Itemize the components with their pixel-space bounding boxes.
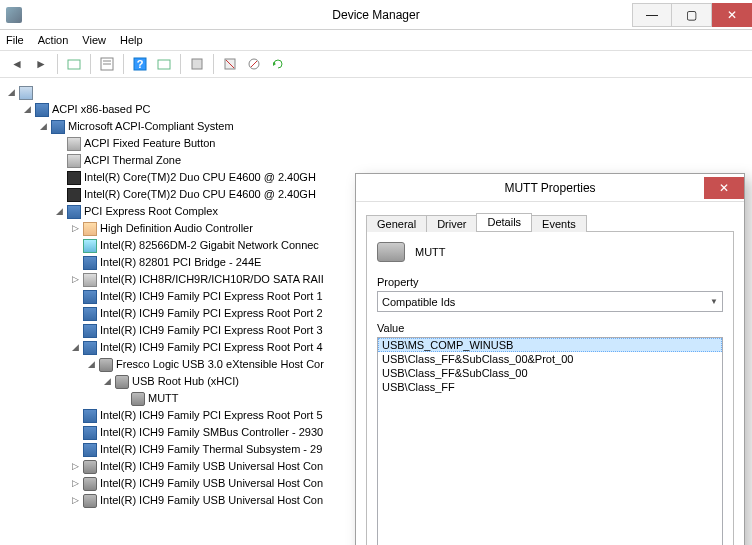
value-listbox[interactable]: USB\MS_COMP_WINUSB USB\Class_FF&SubClass… bbox=[377, 337, 723, 545]
tab-driver[interactable]: Driver bbox=[426, 215, 477, 232]
tree-label: Intel(R) ICH9 Family PCI Express Root Po… bbox=[100, 339, 323, 356]
menu-file[interactable]: File bbox=[6, 34, 24, 46]
dialog-titlebar[interactable]: MUTT Properties ✕ bbox=[356, 174, 744, 202]
refresh-icon[interactable] bbox=[267, 53, 289, 75]
disk-icon bbox=[83, 273, 97, 287]
expand-icon[interactable]: ◢ bbox=[102, 373, 112, 390]
app-icon bbox=[6, 7, 22, 23]
maximize-button[interactable]: ▢ bbox=[672, 3, 712, 27]
svg-rect-7 bbox=[192, 59, 202, 69]
toolbar: ◄ ► ? bbox=[0, 50, 752, 78]
back-button[interactable]: ◄ bbox=[6, 53, 28, 75]
list-item[interactable]: USB\Class_FF&SubClass_00 bbox=[378, 366, 722, 380]
window-controls: — ▢ ✕ bbox=[632, 3, 752, 27]
close-button[interactable]: ✕ bbox=[712, 3, 752, 27]
list-item[interactable]: USB\Class_FF bbox=[378, 380, 722, 394]
help-icon[interactable]: ? bbox=[129, 53, 151, 75]
list-item[interactable]: USB\Class_FF&SubClass_00&Prot_00 bbox=[378, 352, 722, 366]
tree-item-acpi-pc[interactable]: ◢ACPI x86-based PC bbox=[22, 101, 746, 118]
menu-view[interactable]: View bbox=[82, 34, 106, 46]
expand-icon[interactable]: ▷ bbox=[70, 492, 80, 509]
tree-item-acpi-sys[interactable]: ◢Microsoft ACPI-Compliant System bbox=[38, 118, 746, 135]
tree-label: Intel(R) 82801 PCI Bridge - 244E bbox=[100, 254, 261, 271]
property-dropdown[interactable]: Compatible Ids ▼ bbox=[377, 291, 723, 312]
tree-label: ACPI Thermal Zone bbox=[84, 152, 181, 169]
toolbar-separator bbox=[57, 54, 58, 74]
expand-icon[interactable]: ◢ bbox=[54, 203, 64, 220]
tab-details[interactable]: Details bbox=[476, 213, 532, 231]
expand-icon[interactable]: ◢ bbox=[6, 84, 16, 101]
system-icon bbox=[83, 443, 97, 457]
disable-icon[interactable] bbox=[243, 53, 265, 75]
tab-general[interactable]: General bbox=[366, 215, 427, 232]
usb-icon bbox=[131, 392, 145, 406]
minimize-button[interactable]: — bbox=[632, 3, 672, 27]
tree-label: Intel(R) ICH9 Family SMBus Controller - … bbox=[100, 424, 323, 441]
expand-icon[interactable]: ▷ bbox=[70, 475, 80, 492]
system-icon bbox=[83, 324, 97, 338]
tree-item[interactable]: ACPI Fixed Feature Button bbox=[54, 135, 746, 152]
properties-dialog: MUTT Properties ✕ General Driver Details… bbox=[355, 173, 745, 545]
svg-rect-0 bbox=[68, 60, 80, 69]
show-hidden-icon[interactable] bbox=[63, 53, 85, 75]
expand-icon[interactable]: ◢ bbox=[86, 356, 96, 373]
tree-label: Intel(R) 82566DM-2 Gigabit Network Conne… bbox=[100, 237, 319, 254]
cpu-icon bbox=[67, 171, 81, 185]
tab-events[interactable]: Events bbox=[531, 215, 587, 232]
list-item[interactable]: USB\MS_COMP_WINUSB bbox=[378, 338, 722, 352]
usb-icon bbox=[83, 494, 97, 508]
titlebar: Device Manager — ▢ ✕ bbox=[0, 0, 752, 30]
system-icon bbox=[83, 290, 97, 304]
tree-label: Microsoft ACPI-Compliant System bbox=[68, 118, 234, 135]
usb-icon bbox=[115, 375, 129, 389]
toolbar-separator bbox=[213, 54, 214, 74]
tree-label: Intel(R) ICH9 Family PCI Express Root Po… bbox=[100, 288, 323, 305]
content-area: ◢ ◢ACPI x86-based PC ◢Microsoft ACPI-Com… bbox=[0, 78, 752, 545]
tree-label: MUTT bbox=[148, 390, 179, 407]
property-selected: Compatible Ids bbox=[382, 296, 455, 308]
uninstall-icon[interactable] bbox=[219, 53, 241, 75]
tab-panel-details: MUTT Property Compatible Ids ▼ Value USB… bbox=[366, 232, 734, 545]
tree-label: Intel(R) Core(TM)2 Duo CPU E4600 @ 2.40G… bbox=[84, 186, 316, 203]
computer-icon bbox=[19, 86, 33, 100]
system-icon bbox=[83, 426, 97, 440]
expand-icon[interactable]: ▷ bbox=[70, 271, 80, 288]
tree-label: Intel(R) ICH9 Family PCI Express Root Po… bbox=[100, 322, 323, 339]
svg-line-11 bbox=[251, 61, 257, 67]
tree-item[interactable]: ACPI Thermal Zone bbox=[54, 152, 746, 169]
forward-button[interactable]: ► bbox=[30, 53, 52, 75]
usb-icon bbox=[99, 358, 113, 372]
dialog-body: General Driver Details Events MUTT Prope… bbox=[356, 202, 744, 545]
tree-label: Fresco Logic USB 3.0 eXtensible Host Cor bbox=[116, 356, 324, 373]
tree-label: Intel(R) ICH9 Family PCI Express Root Po… bbox=[100, 305, 323, 322]
expand-icon[interactable]: ▷ bbox=[70, 458, 80, 475]
expand-icon[interactable]: ▷ bbox=[70, 220, 80, 237]
menubar: File Action View Help bbox=[0, 30, 752, 50]
tree-label: PCI Express Root Complex bbox=[84, 203, 218, 220]
properties-icon[interactable] bbox=[96, 53, 118, 75]
usb-device-icon bbox=[377, 242, 405, 262]
toolbar-separator bbox=[180, 54, 181, 74]
window-title: Device Manager bbox=[332, 8, 419, 22]
tree-root[interactable]: ◢ bbox=[6, 84, 746, 101]
value-label: Value bbox=[377, 322, 723, 334]
expand-icon[interactable]: ◢ bbox=[70, 339, 80, 356]
tree-label: Intel(R) ICH9 Family USB Universal Host … bbox=[100, 492, 323, 509]
toolbar-separator bbox=[90, 54, 91, 74]
expand-icon[interactable]: ◢ bbox=[22, 101, 32, 118]
menu-help[interactable]: Help bbox=[120, 34, 143, 46]
dialog-close-button[interactable]: ✕ bbox=[704, 177, 744, 199]
expand-icon[interactable]: ◢ bbox=[38, 118, 48, 135]
menu-action[interactable]: Action bbox=[38, 34, 69, 46]
property-label: Property bbox=[377, 276, 723, 288]
tab-strip: General Driver Details Events bbox=[366, 210, 734, 232]
system-icon bbox=[83, 256, 97, 270]
toolbar-separator bbox=[123, 54, 124, 74]
tree-label: Intel(R) ICH9 Family Thermal Subsystem -… bbox=[100, 441, 322, 458]
tree-label: High Definition Audio Controller bbox=[100, 220, 253, 237]
scan-icon[interactable] bbox=[153, 53, 175, 75]
system-icon bbox=[83, 307, 97, 321]
dialog-title: MUTT Properties bbox=[504, 181, 595, 195]
system-icon bbox=[67, 205, 81, 219]
update-driver-icon[interactable] bbox=[186, 53, 208, 75]
